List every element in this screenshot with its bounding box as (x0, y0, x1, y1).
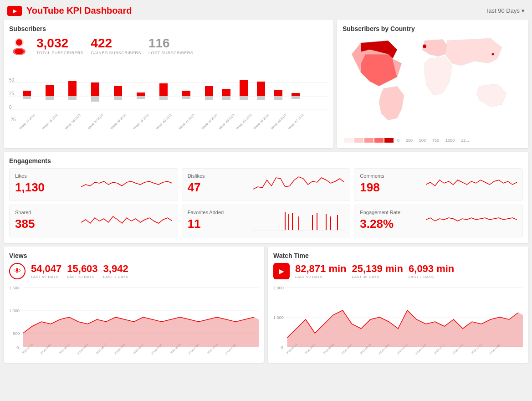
svg-point-54 (423, 45, 426, 48)
svg-text:Week 44 2018: Week 44 2018 (235, 113, 252, 130)
svg-text:Week 39 2018: Week 39 2018 (133, 113, 149, 130)
lost-subscribers: 116 LOST SUBSCRIBERS (148, 37, 193, 55)
chevron-down-icon: ▾ (522, 7, 525, 14)
svg-text:Week 47 2018: Week 47 2018 (287, 113, 304, 130)
svg-text:Week 41 2018: Week 41 2018 (178, 113, 195, 130)
svg-rect-21 (137, 93, 145, 96)
svg-text:Week 46 2018: Week 46 2018 (270, 113, 287, 130)
svg-rect-11 (23, 91, 31, 96)
likes-sparkline (81, 173, 172, 196)
svg-text:1.500: 1.500 (9, 286, 20, 290)
svg-text:-25: -25 (9, 117, 16, 122)
map-title: Subscribers by Country (343, 25, 523, 32)
engagement-rate-item: Engagement Rate 3.28% (354, 205, 523, 237)
svg-rect-26 (182, 96, 190, 99)
views-30days: 15,603 LAST 30 DAYS (67, 263, 97, 278)
svg-marker-73 (23, 317, 259, 347)
engagements-title: Engagements (9, 157, 523, 165)
svg-rect-30 (222, 96, 230, 100)
dashboard: YouTube KPI Dashboard last 90 Days ▾ Sub… (0, 0, 532, 401)
svg-point-55 (492, 53, 494, 56)
dislikes-sparkline (253, 173, 344, 196)
engagements-card: Engagements Likes 1,130 Dislikes (4, 152, 528, 243)
svg-rect-38 (292, 96, 300, 99)
svg-text:1.000: 1.000 (9, 308, 20, 313)
subscribers-title: Subscribers (9, 25, 328, 32)
svg-rect-31 (240, 80, 248, 96)
svg-rect-28 (205, 96, 213, 100)
youtube-logo-icon (7, 6, 22, 16)
views-7days: 3,942 LAST 7 DAYS (103, 263, 128, 278)
svg-rect-35 (274, 90, 282, 96)
svg-rect-14 (46, 96, 54, 100)
engagements-grid: Likes 1,130 Dislikes 47 (9, 168, 523, 237)
subscribers-bar-chart: 50 25 0 -25 (9, 60, 328, 128)
views-card: Views 👁 54,047 LAST 90 DAYS 15,603 LAST … (4, 247, 264, 363)
subscribers-card: Subscribers 3,032 TOTAL SUBSCRIBERS 422 … (4, 20, 333, 148)
watchtime-title: Watch Time (273, 252, 523, 259)
svg-text:50: 50 (9, 77, 15, 82)
svg-marker-92 (287, 310, 523, 347)
svg-rect-34 (257, 96, 265, 100)
svg-rect-23 (159, 83, 168, 96)
watchtime-7days: 6,093 min LAST 7 DAYS (409, 263, 454, 278)
svg-rect-29 (222, 89, 230, 96)
svg-text:500: 500 (13, 331, 20, 336)
shared-sparkline (81, 210, 172, 232)
period-selector[interactable]: last 90 Days ▾ (487, 7, 525, 14)
engagement-rate-sparkline (426, 210, 517, 232)
subscribers-icon (9, 36, 29, 56)
svg-text:Week 45 2018: Week 45 2018 (253, 113, 270, 130)
watchtime-icon: ▶ (273, 263, 290, 279)
comments-item: Comments 198 (354, 168, 523, 201)
row1: Subscribers 3,032 TOTAL SUBSCRIBERS 422 … (4, 20, 528, 148)
svg-rect-22 (137, 96, 145, 99)
views-title: Views (9, 252, 259, 259)
svg-text:Week 43 2018: Week 43 2018 (218, 113, 235, 130)
dashboard-title: YouTube KPI Dashboard (26, 5, 132, 16)
shared-item: Shared 385 (9, 205, 178, 237)
svg-text:2.000: 2.000 (273, 286, 284, 290)
svg-rect-19 (114, 86, 122, 96)
svg-rect-12 (23, 96, 31, 99)
svg-text:0: 0 (281, 345, 283, 350)
views-stats: 👁 54,047 LAST 90 DAYS 15,603 LAST 30 DAY… (9, 263, 259, 279)
favorites-sparkline (253, 210, 344, 232)
svg-rect-16 (68, 96, 77, 100)
row3: Views 👁 54,047 LAST 90 DAYS 15,603 LAST … (4, 247, 528, 363)
svg-text:0: 0 (9, 105, 12, 110)
watchtime-area-chart: 2.000 1.000 0 2018-08-24 2018-09-01 2018… (273, 283, 523, 356)
views-area-chart: 1.500 1.000 500 0 2018-07-26 2018-08-03 … (9, 283, 259, 356)
svg-text:Week 42 2018: Week 42 2018 (201, 113, 218, 130)
world-map (343, 36, 523, 136)
svg-rect-20 (114, 96, 122, 100)
svg-rect-36 (274, 96, 282, 100)
views-icon: 👁 (9, 263, 26, 279)
svg-point-1 (16, 39, 22, 46)
svg-rect-13 (46, 85, 54, 96)
svg-text:1.000: 1.000 (273, 315, 284, 320)
svg-rect-32 (240, 96, 248, 100)
svg-rect-25 (182, 91, 190, 96)
svg-text:Week 37 2018: Week 37 2018 (87, 113, 104, 130)
subscribers-stats: 3,032 TOTAL SUBSCRIBERS 422 GAINED SUBSC… (9, 36, 328, 56)
svg-rect-15 (68, 81, 77, 96)
svg-rect-18 (91, 96, 99, 102)
svg-text:Week 34 2018: Week 34 2018 (19, 113, 36, 130)
map-legend: 0 250 500 750 1000 12... (343, 138, 523, 143)
watchtime-30days: 25,139 min LAST 30 DAYS (352, 263, 404, 278)
svg-rect-17 (91, 82, 99, 96)
favorites-item: Favorites Added 11 (182, 205, 351, 237)
total-subscribers: 3,032 TOTAL SUBSCRIBERS (36, 37, 83, 55)
comments-sparkline (426, 173, 517, 196)
svg-text:Week 36 2018: Week 36 2018 (64, 113, 81, 130)
svg-text:0: 0 (16, 345, 19, 350)
svg-text:Week 38 2018: Week 38 2018 (110, 113, 127, 130)
watchtime-stats: ▶ 82,871 min LAST 90 DAYS 25,139 min LAS… (273, 263, 523, 279)
svg-rect-27 (205, 86, 213, 96)
gained-subscribers: 422 GAINED SUBSCRIBERS (91, 37, 141, 55)
header-left: YouTube KPI Dashboard (7, 5, 132, 16)
watchtime-card: Watch Time ▶ 82,871 min LAST 90 DAYS 25,… (268, 247, 528, 363)
svg-rect-33 (257, 82, 265, 96)
views-90days: 54,047 LAST 90 DAYS (31, 263, 61, 278)
